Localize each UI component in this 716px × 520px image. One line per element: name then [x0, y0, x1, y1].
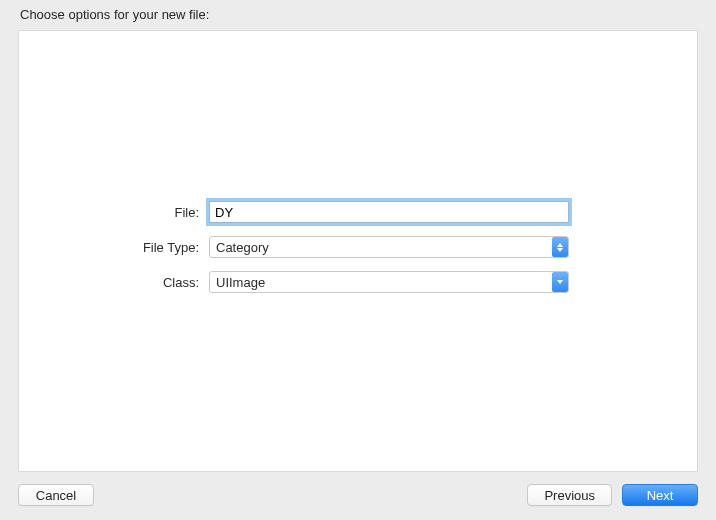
- stepper-arrows-icon: [552, 237, 568, 257]
- class-value: UIImage: [210, 275, 552, 290]
- file-input[interactable]: [209, 201, 569, 223]
- cancel-button[interactable]: Cancel: [18, 484, 94, 506]
- previous-button[interactable]: Previous: [527, 484, 612, 506]
- button-bar: Cancel Previous Next: [18, 472, 698, 506]
- file-type-value: Category: [210, 240, 552, 255]
- class-select[interactable]: UIImage: [209, 271, 569, 293]
- file-type-label: File Type:: [19, 240, 209, 255]
- content-panel: File: File Type: Category: [18, 30, 698, 472]
- file-type-select[interactable]: Category: [209, 236, 569, 258]
- new-file-dialog: Choose options for your new file: File: …: [0, 0, 716, 520]
- file-type-row: File Type: Category: [19, 236, 697, 258]
- dialog-title: Choose options for your new file:: [18, 4, 698, 30]
- next-button[interactable]: Next: [622, 484, 698, 506]
- chevron-down-icon: [552, 272, 568, 292]
- class-row: Class: UIImage: [19, 271, 697, 293]
- form-area: File: File Type: Category: [19, 201, 697, 293]
- file-label: File:: [19, 205, 209, 220]
- file-row: File:: [19, 201, 697, 223]
- class-label: Class:: [19, 275, 209, 290]
